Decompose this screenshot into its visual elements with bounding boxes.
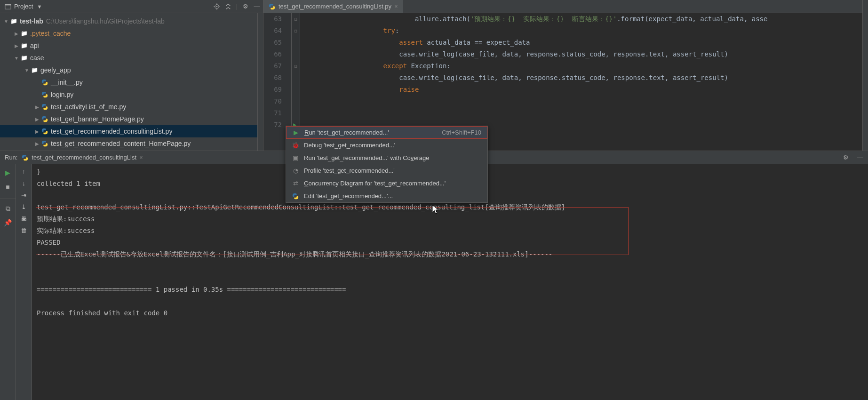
expand-arrow-icon[interactable] <box>3 19 9 24</box>
arrow-icon[interactable] <box>24 68 30 73</box>
python-file-icon <box>40 79 49 86</box>
python-file-icon <box>41 128 48 135</box>
target-icon[interactable] <box>214 3 220 10</box>
tree-item[interactable]: test_activityList_of_me.py <box>0 101 263 113</box>
tree-item-label: test_get_recommended_consultingList.py <box>51 128 172 135</box>
tree-item-label: case <box>30 54 44 62</box>
editor-tab[interactable]: test_get_recommended_consultingList.py × <box>263 0 403 13</box>
root-name: test-lab <box>20 17 43 25</box>
editor-tabs: test_get_recommended_consultingList.py × <box>263 0 868 13</box>
stop-icon[interactable]: ■ <box>3 182 13 192</box>
menu-item-label: Debug 'test_get_recommended...' <box>304 142 395 149</box>
project-title[interactable]: Project <box>14 3 33 10</box>
tree-root[interactable]: test-lab C:\Users\liangshu.hu\GitProject… <box>0 15 263 27</box>
project-scrollbar[interactable] <box>257 13 263 151</box>
menu-item-icon <box>292 192 299 200</box>
editor-tab-label: test_get_recommended_consultingList.py <box>279 3 391 10</box>
arrow-icon[interactable] <box>34 141 40 146</box>
gear-icon[interactable]: ⚙ <box>242 3 249 10</box>
tree-item-label: test_get_recommended_content_HomePage.py <box>51 140 191 147</box>
collapse-all-icon[interactable] <box>225 3 231 10</box>
arrow-icon[interactable] <box>34 129 40 134</box>
folder-icon <box>20 55 28 61</box>
run-tab[interactable]: test_get_recommended_consultingList × <box>21 154 143 161</box>
gear-icon[interactable]: ⚙ <box>843 154 849 161</box>
arrow-icon[interactable] <box>34 117 40 122</box>
trash-icon[interactable]: 🗑 <box>21 227 27 234</box>
run-label: Run: <box>5 154 17 161</box>
folder-icon <box>9 18 18 24</box>
python-file-icon <box>41 79 48 86</box>
context-menu-item[interactable]: ▶Run 'test_get_recommended...'Ctrl+Shift… <box>286 126 487 139</box>
tree-item[interactable]: __init__.py <box>0 76 263 88</box>
soft-wrap-icon[interactable]: ⇥ <box>21 192 26 199</box>
python-file-icon <box>40 115 49 123</box>
context-menu: ▶Run 'test_get_recommended...'Ctrl+Shift… <box>286 126 488 203</box>
tree-item-label: api <box>30 42 39 49</box>
root-path: C:\Users\liangshu.hu\GitProjects\test-la… <box>46 17 165 25</box>
menu-item-icon: ▣ <box>292 154 299 161</box>
python-file-icon <box>40 91 49 98</box>
minimize-icon[interactable]: — <box>254 3 260 10</box>
python-file-icon <box>40 103 49 111</box>
svg-rect-1 <box>5 4 11 5</box>
close-icon[interactable]: × <box>394 3 398 10</box>
tree-item-label: test_activityList_of_me.py <box>51 103 126 111</box>
python-file-icon <box>41 115 48 123</box>
context-menu-item[interactable]: ◔Profile 'test_get_recommended...' <box>286 164 487 177</box>
run-toolbar-left2: ↑ ↓ ⇥ ⤓ 🖶 🗑 <box>16 164 32 400</box>
python-file-icon <box>41 103 48 111</box>
python-file-icon <box>40 128 49 135</box>
tree-item[interactable]: geely_app <box>0 64 263 76</box>
python-file-icon <box>40 140 49 147</box>
context-menu-item[interactable]: 🐞Debug 'test_get_recommended...' <box>286 139 487 152</box>
down-icon[interactable]: ↓ <box>22 180 25 187</box>
context-menu-item[interactable]: Edit 'test_get_recommended...'... <box>286 190 487 202</box>
tree-item[interactable]: test_get_banner_HomePage.py <box>0 113 263 125</box>
project-dropdown-icon[interactable]: ▼ <box>37 4 42 9</box>
arrow-icon[interactable] <box>13 43 20 48</box>
minimize-icon[interactable]: — <box>857 154 863 161</box>
tree-item[interactable]: test_get_recommended_content_HomePage.py <box>0 137 263 150</box>
arrow-icon[interactable] <box>34 104 40 110</box>
python-file-icon <box>268 3 276 10</box>
python-file-icon <box>41 91 48 98</box>
editor-scrollbar[interactable] <box>862 13 868 151</box>
scroll-to-end-icon[interactable]: ⤓ <box>21 203 26 210</box>
context-menu-item[interactable]: ▣Run 'test_get_recommended...' with Cove… <box>286 152 487 164</box>
tree-item[interactable]: case <box>0 52 263 64</box>
python-file-icon <box>21 154 29 161</box>
project-header: Project ▼ | ⚙ — <box>0 0 263 13</box>
menu-item-label: Run 'test_get_recommended...' <box>304 129 389 136</box>
context-menu-item[interactable]: ⇄Concurrency Diagram for 'test_get_recom… <box>286 177 487 190</box>
python-file-icon <box>41 140 48 147</box>
python-file-icon <box>292 192 299 200</box>
tree-item-label: test_get_banner_HomePage.py <box>51 115 144 123</box>
svg-point-3 <box>216 6 217 7</box>
arrow-icon[interactable] <box>13 56 20 61</box>
menu-item-label: Profile 'test_get_recommended...' <box>304 167 395 174</box>
rerun-icon[interactable]: ▶ <box>3 168 13 177</box>
layout-icon[interactable]: ⧉ <box>3 204 13 213</box>
tree-item-label: geely_app <box>40 66 71 74</box>
menu-item-label: Concurrency Diagram for 'test_get_recomm… <box>304 180 446 187</box>
tree-item[interactable]: login.py <box>0 88 263 101</box>
arrow-icon[interactable] <box>13 31 20 36</box>
menu-item-icon: 🐞 <box>292 142 299 149</box>
tree-item[interactable]: .pytest_cache <box>0 27 263 40</box>
print-icon[interactable]: 🖶 <box>21 215 27 222</box>
tree-item[interactable]: test_get_recommended_consultingList.py <box>0 125 263 137</box>
menu-item-icon: ◔ <box>292 167 299 174</box>
folder-icon <box>20 30 28 37</box>
project-tree[interactable]: test-lab C:\Users\liangshu.hu\GitProject… <box>0 13 263 151</box>
folder-icon <box>30 67 39 73</box>
tree-item[interactable]: api <box>0 40 263 52</box>
menu-item-shortcut: Ctrl+Shift+F10 <box>442 129 481 136</box>
up-icon[interactable]: ↑ <box>22 168 25 175</box>
menu-item-label: Run 'test_get_recommended...' with Cover… <box>304 154 430 161</box>
folder-icon <box>20 42 28 49</box>
pin-icon[interactable]: 📌 <box>3 218 13 227</box>
tree-item-label: __init__.py <box>51 79 83 86</box>
close-icon[interactable]: × <box>139 154 143 161</box>
run-toolbar-left: ▶ ■ ⧉ 📌 <box>0 164 16 400</box>
